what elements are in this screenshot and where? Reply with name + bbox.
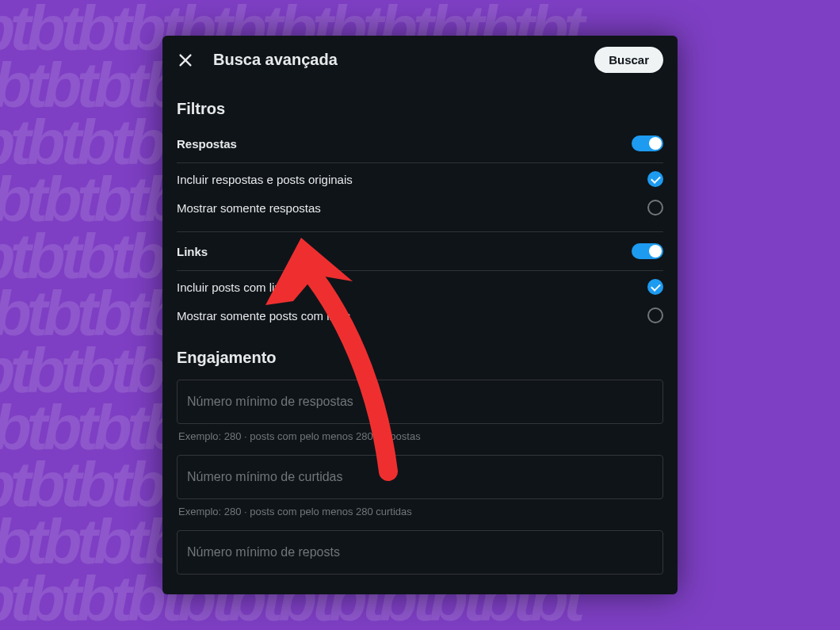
row-respostas-toggle: Respostas	[177, 126, 663, 161]
input-min-reposts[interactable]: Número mínimo de reposts	[177, 530, 663, 575]
row-include-links[interactable]: Incluir posts com links	[177, 273, 663, 301]
label-only-respostas: Mostrar somente respostas	[177, 201, 321, 215]
placeholder-min-respostas: Número mínimo de respostas	[187, 395, 653, 409]
input-min-curtidas[interactable]: Número mínimo de curtidas	[177, 455, 663, 499]
label-links: Links	[177, 245, 208, 258]
toggle-links[interactable]	[632, 243, 663, 259]
row-links-toggle: Links	[177, 234, 663, 269]
radio-include-respostas[interactable]	[647, 171, 663, 187]
placeholder-min-curtidas: Número mínimo de curtidas	[187, 470, 653, 484]
row-only-links[interactable]: Mostrar somente posts com links	[177, 301, 663, 330]
radio-only-respostas[interactable]	[647, 200, 663, 216]
modal-header: Busca avançada Buscar	[162, 36, 678, 84]
radio-only-links[interactable]	[647, 307, 663, 323]
label-only-links: Mostrar somente posts com links	[177, 309, 350, 323]
row-only-respostas[interactable]: Mostrar somente respostas	[177, 193, 663, 222]
section-title-engajamento: Engajamento	[177, 349, 663, 367]
label-include-respostas: Incluir respostas e posts originais	[177, 173, 353, 186]
input-min-respostas[interactable]: Número mínimo de respostas	[177, 380, 663, 424]
close-icon[interactable]	[177, 52, 194, 69]
section-title-filtros: Filtros	[177, 100, 663, 118]
hint-min-respostas: Exemplo: 280 · posts com pelo menos 280 …	[177, 430, 663, 442]
label-respostas: Respostas	[177, 137, 237, 151]
hint-min-curtidas: Exemplo: 280 · posts com pelo menos 280 …	[177, 506, 663, 517]
row-include-respostas[interactable]: Incluir respostas e posts originais	[177, 165, 663, 193]
divider	[177, 162, 663, 163]
radio-include-links[interactable]	[647, 279, 663, 295]
search-button[interactable]: Buscar	[594, 47, 663, 73]
advanced-search-modal: Busca avançada Buscar Filtros Respostas …	[162, 36, 678, 594]
modal-content: Filtros Respostas Incluir respostas e po…	[162, 84, 678, 594]
placeholder-min-reposts: Número mínimo de reposts	[187, 545, 653, 559]
divider	[177, 270, 663, 271]
toggle-respostas[interactable]	[632, 136, 663, 151]
modal-title: Busca avançada	[213, 51, 575, 69]
divider	[177, 231, 663, 232]
label-include-links: Incluir posts com links	[177, 281, 293, 294]
